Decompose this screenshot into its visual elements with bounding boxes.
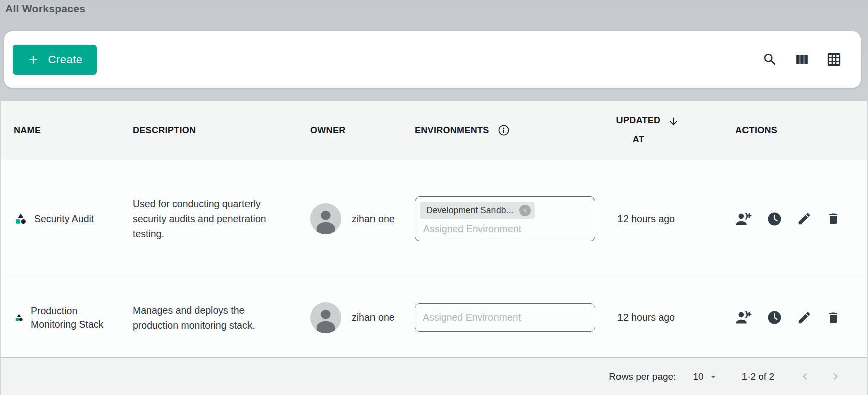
workspace-name-cell: Production Monitoring Stack — [1, 304, 121, 331]
owner-cell: zihan one — [298, 203, 403, 234]
chevron-left-icon — [798, 370, 812, 383]
dropdown-caret-icon — [708, 371, 719, 382]
owner-cell: zihan one — [298, 302, 403, 333]
assigned-environment-combobox[interactable]: Assigned Environment — [415, 303, 595, 332]
workspace-name-cell: Security Audit — [1, 212, 121, 226]
pencil-icon — [797, 211, 812, 226]
rows-per-page-select[interactable]: 10 — [693, 371, 718, 382]
add-user-icon — [735, 211, 752, 227]
workspace-description-cell: Manages and deploys the production monit… — [121, 303, 298, 333]
updated-at-cell: 12 hours ago — [617, 312, 675, 323]
column-header-actions-label: ACTIONS — [735, 125, 777, 136]
assigned-environment-combobox[interactable]: Development Sandb... Assigned Environmen… — [415, 196, 595, 241]
view-grid-icon — [826, 52, 842, 67]
environment-placeholder: Assigned Environment — [420, 223, 590, 235]
column-header-description[interactable]: DESCRIPTION — [121, 125, 298, 136]
delete-button[interactable] — [826, 212, 840, 226]
column-header-environments[interactable]: ENVIRONMENTS — [403, 124, 597, 136]
rows-per-page-value: 10 — [693, 371, 703, 382]
workspace-name: Production Monitoring Stack — [31, 304, 111, 331]
history-button[interactable] — [767, 310, 782, 325]
create-button-label: Create — [48, 53, 82, 66]
environments-cell: Development Sandb... Assigned Environmen… — [403, 196, 597, 241]
actions-cell — [695, 309, 867, 326]
history-button[interactable] — [767, 211, 782, 227]
search-button[interactable] — [761, 51, 779, 68]
environments-cell: Assigned Environment — [403, 303, 597, 332]
plus-icon — [27, 53, 40, 66]
workspace-description: Used for conducting quarterly security a… — [133, 196, 276, 241]
pagination-bar: Rows per page: 10 1-2 of 2 — [1, 357, 867, 395]
toolbar-icons — [761, 51, 843, 68]
environment-placeholder: Assigned Environment — [423, 312, 521, 323]
column-header-description-label: DESCRIPTION — [133, 125, 196, 136]
owner-name: zihan one — [352, 312, 395, 323]
trash-icon — [826, 311, 840, 325]
avatar — [310, 203, 341, 234]
workspace-category-icon — [15, 313, 23, 322]
pager-controls — [798, 370, 842, 383]
person-icon — [310, 302, 341, 333]
environment-chip: Development Sandb... — [420, 202, 535, 219]
avatar — [310, 302, 341, 333]
info-icon[interactable] — [498, 124, 510, 136]
chip-remove-button[interactable] — [519, 205, 531, 216]
pagination-range: 1-2 of 2 — [742, 371, 774, 382]
workspaces-page: All Workspaces Create NAME DES — [0, 0, 868, 395]
environment-chip-label: Development Sandb... — [426, 205, 513, 216]
create-button[interactable]: Create — [13, 45, 97, 75]
actions-cell — [695, 211, 867, 227]
table-header-row: NAME DESCRIPTION OWNER ENVIRONMENTS UPDA… — [1, 101, 867, 160]
view-columns-button[interactable] — [794, 51, 810, 68]
updated-at-value: 12 hours ago — [617, 312, 675, 323]
column-header-actions: ACTIONS — [695, 125, 867, 136]
chevron-right-icon — [829, 370, 842, 383]
column-header-name[interactable]: NAME — [1, 125, 121, 136]
next-page-button[interactable] — [829, 370, 842, 383]
clock-icon — [767, 211, 782, 227]
close-icon — [522, 208, 528, 213]
updated-at-value: 12 hours ago — [617, 213, 675, 224]
page-title: All Workspaces — [5, 3, 868, 15]
trash-icon — [826, 212, 840, 226]
sort-desc-arrow-icon[interactable] — [668, 116, 679, 127]
edit-button[interactable] — [797, 310, 812, 325]
workspace-description-cell: Used for conducting quarterly security a… — [121, 196, 298, 241]
column-header-updated-at-label: UPDATED AT — [613, 111, 664, 149]
clock-icon — [767, 310, 782, 325]
rows-per-page-label: Rows per page: — [609, 371, 676, 382]
top-bar: All Workspaces — [0, 0, 868, 31]
view-grid-button[interactable] — [825, 51, 843, 68]
column-header-owner-label: OWNER — [310, 125, 346, 136]
column-header-owner[interactable]: OWNER — [298, 125, 403, 136]
workspace-description: Manages and deploys the production monit… — [133, 303, 276, 333]
add-user-icon — [735, 309, 752, 326]
person-icon — [310, 203, 341, 234]
workspace-category-icon — [15, 213, 27, 225]
table-row: Production Monitoring Stack Manages and … — [1, 277, 867, 357]
previous-page-button[interactable] — [798, 370, 812, 383]
column-header-updated-at[interactable]: UPDATED AT — [613, 111, 679, 149]
owner-name: zihan one — [352, 213, 395, 225]
workspaces-table: NAME DESCRIPTION OWNER ENVIRONMENTS UPDA… — [0, 101, 868, 395]
table-row: Security Audit Used for conducting quart… — [1, 160, 867, 277]
toolbar: Create — [4, 31, 861, 88]
view-columns-icon — [795, 52, 809, 67]
column-header-environments-label: ENVIRONMENTS — [415, 125, 489, 136]
add-user-button[interactable] — [735, 211, 752, 227]
pencil-icon — [797, 310, 812, 325]
updated-at-cell: 12 hours ago — [617, 213, 675, 225]
delete-button[interactable] — [826, 311, 840, 325]
edit-button[interactable] — [797, 211, 812, 226]
add-user-button[interactable] — [735, 309, 752, 326]
search-icon — [762, 52, 778, 67]
column-header-name-label: NAME — [14, 125, 41, 136]
workspace-name: Security Audit — [34, 212, 94, 226]
